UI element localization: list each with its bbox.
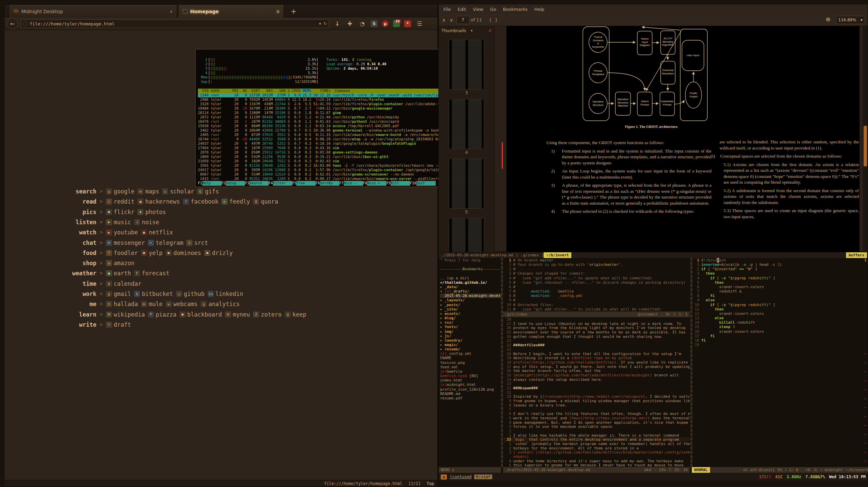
vim-tab-2[interactable]: .g/index bbox=[518, 252, 542, 258]
htop-process-row[interactable]: 3501 tyler 20 0 42156 19640 1292 S 0.0 0… bbox=[198, 163, 450, 168]
link-netflix[interactable]: ●netflix bbox=[141, 229, 173, 236]
fkey-F10[interactable]: F10 bbox=[410, 181, 416, 186]
htop-process-row[interactable]: 24037 tyler 20 0 497M 26740 5252 S 0.7 0… bbox=[198, 141, 450, 146]
pdf-scrollbar[interactable] bbox=[863, 26, 868, 252]
link-gifs[interactable]: Ggifs bbox=[197, 188, 219, 195]
zoom-level-select[interactable]: 116.89% ▾ bbox=[836, 16, 865, 24]
htop-process-row[interactable]: 24017 tyler 20 0 305M 19296 12088 S 0.0 … bbox=[198, 168, 450, 172]
link-wikipedia[interactable]: Wwikipedia bbox=[106, 311, 145, 318]
menu-file[interactable]: File bbox=[443, 7, 451, 12]
link-linkedin[interactable]: inlinkedin bbox=[208, 291, 243, 297]
pane-divider[interactable] bbox=[501, 258, 503, 467]
tmux-window-item[interactable]: 0:vim* bbox=[474, 474, 492, 479]
link-amazon[interactable]: aamazon bbox=[106, 260, 134, 266]
link-noise[interactable]: ♫noise bbox=[134, 219, 159, 226]
fkey-F8[interactable]: F8 bbox=[363, 181, 367, 186]
link-hallada[interactable]: hhallada bbox=[106, 301, 138, 307]
fkey-F6[interactable]: F6 bbox=[316, 181, 320, 186]
link-dominoes[interactable]: ●dominoes bbox=[166, 250, 201, 256]
link-yelp[interactable]: ●yelp bbox=[141, 250, 163, 256]
history-back-button[interactable]: ⟨ bbox=[489, 17, 491, 23]
menu-help[interactable]: Help bbox=[534, 7, 544, 12]
htop-process-row[interactable]: 8667 tyler 20 0 554M 19060 12524 S 0.0 0… bbox=[198, 172, 450, 177]
scrollbar-thumb[interactable] bbox=[864, 126, 867, 166]
git-index-pane[interactable]: 1# On branch master1# Your branch is up-… bbox=[504, 258, 690, 311]
fkey-F2[interactable]: F2 bbox=[222, 181, 226, 186]
fkey-label[interactable]: SortBy bbox=[320, 181, 339, 186]
tab-homepage[interactable]: Homepage x bbox=[179, 5, 283, 17]
fkey-label[interactable]: Tree bbox=[296, 181, 316, 186]
link-keep[interactable]: gkeep bbox=[285, 311, 306, 318]
htop-process-row[interactable]: 2872 tyler 20 0 1115M 96468 6420 S 0.7 1… bbox=[198, 115, 450, 119]
vim-tab-1[interactable]: _/2015-05-28-midnight-desktop.md bbox=[439, 252, 516, 258]
link-piazza[interactable]: Ppiazza bbox=[148, 311, 176, 318]
thumbnail-page-3[interactable]: 3 bbox=[449, 40, 484, 95]
link-earth[interactable]: ●earth bbox=[106, 270, 131, 277]
invert-script-pane[interactable]: 1#!/bin/bash1inverted=$(xcalib -a -p | h… bbox=[693, 258, 864, 467]
link-reddit[interactable]: rreddit bbox=[106, 198, 134, 205]
fkey-label[interactable]: Search bbox=[249, 181, 269, 186]
page-up-button[interactable]: ∧ bbox=[442, 17, 446, 23]
reload-icon[interactable]: ↻ bbox=[323, 21, 327, 26]
nerdtree-pane[interactable]: " Press ? for help----------Bookmarks---… bbox=[440, 258, 501, 467]
history-clock-icon[interactable]: ◔ bbox=[358, 20, 366, 28]
tab-midnight-desktop[interactable]: Midnight Desktop x bbox=[10, 5, 176, 17]
fkey-F7[interactable]: F7 bbox=[339, 181, 344, 186]
tab-close-icon[interactable]: x bbox=[277, 9, 279, 14]
fkey-label[interactable]: Filter bbox=[273, 181, 292, 186]
link-blackboard[interactable]: ●blackboard bbox=[180, 311, 222, 318]
htop-process-row[interactable]: 3320 tyler 20 0 1347M 436M 21744 S 2.6 5… bbox=[198, 102, 450, 106]
link-calendar[interactable]: gcalendar bbox=[106, 280, 141, 287]
new-tab-button[interactable]: + bbox=[287, 6, 300, 17]
thumbnail-page-4[interactable]: 4 bbox=[449, 99, 484, 155]
htop-process-row[interactable]: 17664 tyler 20 0 187M 25960 7648 S 0.0 0… bbox=[198, 146, 450, 150]
link-github[interactable]: ○github bbox=[176, 291, 204, 297]
htop-column-header[interactable]: PID USER PRI NI VIRT RES SHR S CPU% MEM%… bbox=[198, 89, 450, 93]
fkey-F3[interactable]: F3 bbox=[245, 181, 249, 186]
link-hackernews[interactable]: ●hackernews bbox=[137, 198, 180, 205]
sidebar-dropdown-icon[interactable]: ▾ bbox=[471, 29, 473, 32]
ublock-icon[interactable]: µ bbox=[382, 20, 389, 27]
back-button[interactable]: ← bbox=[7, 18, 18, 29]
link-telegram[interactable]: ▸telegram bbox=[148, 239, 183, 246]
htop-process-row[interactable]: 16744 root 0 -20 44800 32532 3508 S 0.0 … bbox=[198, 137, 450, 141]
tab-counter-icon[interactable]: 21 bbox=[393, 20, 400, 27]
menu-go[interactable]: Go bbox=[490, 7, 496, 12]
htop-process-row[interactable]: 1340 root 20 0 2375M 2012M 275M S 0.0 25… bbox=[198, 93, 450, 97]
htop-process-row[interactable]: 25838 tyler 20 0 884M 88160 33136 S 0.0 … bbox=[198, 124, 450, 128]
link-google[interactable]: ggoogle bbox=[106, 188, 134, 195]
download-icon[interactable]: ↓ bbox=[333, 20, 341, 28]
history-forward-button[interactable]: ⟩ bbox=[495, 17, 497, 23]
htop-process-row[interactable]: 21050 tyler 20 0 182M 20648 7552 S 0.0 0… bbox=[198, 159, 450, 163]
menu-bookmarks[interactable]: Bookmarks bbox=[503, 7, 528, 12]
url-bar[interactable]: file:///home/tyler/homepage.html ▾ ↻ bbox=[21, 19, 329, 28]
fkey-F5[interactable]: F5 bbox=[292, 181, 297, 186]
link-flickr[interactable]: ●flickr bbox=[106, 209, 134, 215]
adblock-icon[interactable]: * bbox=[404, 20, 411, 27]
link-music[interactable]: ▶music bbox=[106, 219, 131, 226]
fkey-label[interactable]: Quit bbox=[416, 181, 436, 186]
htop-process-row[interactable]: 2870 tyler 20 0 856M 25012 14716 S 0.0 0… bbox=[198, 150, 450, 155]
link-zotero[interactable]: Zzotero bbox=[253, 311, 281, 318]
link-webcams[interactable]: wwebcams bbox=[166, 301, 198, 307]
link-facebook[interactable]: ffacebook bbox=[183, 198, 219, 205]
page-number-input[interactable]: 7 bbox=[457, 16, 470, 24]
link-draft[interactable]: ✎draft bbox=[106, 321, 131, 328]
link-srct[interactable]: ssrct bbox=[186, 239, 208, 246]
url-dropdown-icon[interactable]: ▾ bbox=[319, 21, 321, 26]
link-feedly[interactable]: efeedly bbox=[222, 198, 250, 205]
htop-process-row[interactable]: 2860 tyler 20 0 542M 21256 9536 S 0.0 0.… bbox=[198, 155, 450, 159]
link-mule[interactable]: mmule bbox=[141, 301, 163, 307]
htop-process-row[interactable]: 19484 tyler 39 19 1670M 214M 18300 S 0.7… bbox=[198, 106, 450, 111]
link-photos[interactable]: ◆photos bbox=[137, 209, 166, 215]
link-bitbucket[interactable]: bbitbucket bbox=[134, 291, 173, 297]
link-foodler[interactable]: ffoodler bbox=[106, 250, 138, 256]
menu-icon[interactable]: ☰ bbox=[415, 20, 424, 28]
markdown-pane[interactable]: 2827I tend to use Linux (Ubuntu) on my d… bbox=[504, 317, 690, 467]
tab-close-icon[interactable]: x bbox=[170, 9, 173, 14]
addon-puzzle-icon[interactable]: ✚ bbox=[346, 20, 354, 28]
menu-edit[interactable]: Edit bbox=[458, 7, 466, 12]
thumbnail-page-5[interactable]: 5 bbox=[449, 159, 484, 214]
url-text[interactable]: file:///home/tyler/homepage.html bbox=[30, 21, 317, 26]
link-analytics[interactable]: ganalytics bbox=[201, 301, 239, 307]
